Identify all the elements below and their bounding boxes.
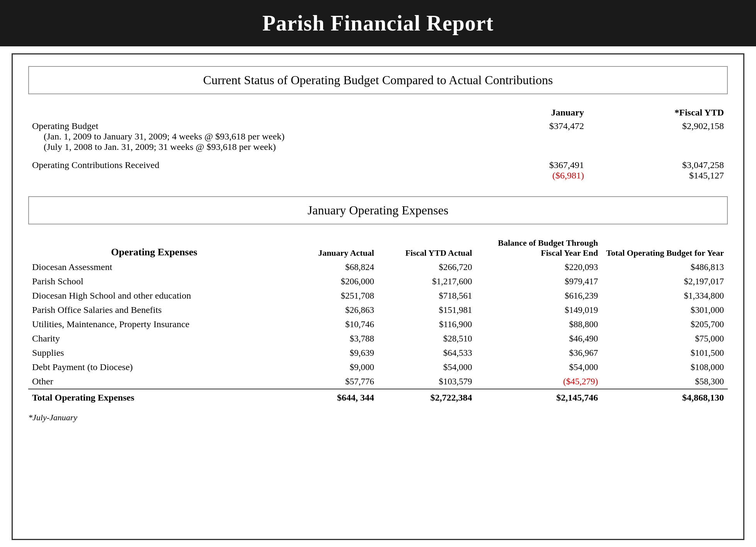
expense-name-3: Parish Office Salaries and Benefits bbox=[28, 303, 280, 317]
expenses-data-row: Diocesan High School and other education… bbox=[28, 289, 728, 303]
budget-label-main: Operating Budget bbox=[32, 121, 444, 131]
expense-fytd-8: $103,579 bbox=[378, 374, 476, 389]
budget-contributions-ytd: $3,047,258 $145,127 bbox=[588, 154, 728, 182]
expense-name-7: Debt Payment (to Diocese) bbox=[28, 360, 280, 374]
col-header-jan: January bbox=[448, 106, 588, 119]
page-body: Current Status of Operating Budget Compa… bbox=[12, 53, 744, 540]
expense-jan-0: $68,824 bbox=[280, 260, 378, 274]
expense-balance-1: $979,417 bbox=[476, 274, 602, 289]
expense-balance-4: $88,800 bbox=[476, 317, 602, 331]
expenses-data-row: Supplies$9,639$64,533$36,967$101,500 bbox=[28, 346, 728, 360]
expense-balance-5: $46,490 bbox=[476, 331, 602, 346]
budget-jan-1: $374,472 bbox=[448, 119, 588, 154]
expense-name-0: Diocesan Assessment bbox=[28, 260, 280, 274]
expenses-data-row: Debt Payment (to Diocese)$9,000$54,000$5… bbox=[28, 360, 728, 374]
expense-total-7: $108,000 bbox=[602, 360, 728, 374]
expense-total-6: $101,500 bbox=[602, 346, 728, 360]
expense-balance-2: $616,239 bbox=[476, 289, 602, 303]
budget-contributions-label: Operating Contributions Received bbox=[28, 154, 448, 182]
expense-fytd-0: $266,720 bbox=[378, 260, 476, 274]
operating-expenses-table: Operating Expenses January Actual Fiscal… bbox=[28, 236, 728, 405]
expense-name-5: Charity bbox=[28, 331, 280, 346]
expenses-data-row: Charity$3,788$28,510$46,490$75,000 bbox=[28, 331, 728, 346]
budget-row-1: Operating Budget (Jan. 1, 2009 to Januar… bbox=[28, 119, 728, 154]
budget-contributions-jan: $367,491 ($6,981) bbox=[448, 154, 588, 182]
expenses-total-row: Total Operating Expenses$644, 344$2,722,… bbox=[28, 389, 728, 405]
expense-jan-8: $57,776 bbox=[280, 374, 378, 389]
expense-balance-8: ($45,279) bbox=[476, 374, 602, 389]
expense-name-6: Supplies bbox=[28, 346, 280, 360]
expense-balance-6: $36,967 bbox=[476, 346, 602, 360]
expense-fytd-1: $1,217,600 bbox=[378, 274, 476, 289]
expense-jan-7: $9,000 bbox=[280, 360, 378, 374]
col-header-name: Operating Expenses bbox=[28, 236, 280, 260]
expense-total-4: $205,700 bbox=[602, 317, 728, 331]
expense-jan-1: $206,000 bbox=[280, 274, 378, 289]
expenses-header-row: Operating Expenses January Actual Fiscal… bbox=[28, 236, 728, 260]
expense-fytd-3: $151,981 bbox=[378, 303, 476, 317]
expense-total-8: $58,300 bbox=[602, 374, 728, 389]
expenses-data-row: Utilities, Maintenance, Property Insuran… bbox=[28, 317, 728, 331]
operating-expenses-title: January Operating Expenses bbox=[41, 203, 715, 217]
expense-jan-3: $26,863 bbox=[280, 303, 378, 317]
col-header-jan-act: January Actual bbox=[280, 236, 378, 260]
operating-budget-table: January *Fiscal YTD Operating Budget (Ja… bbox=[28, 106, 728, 182]
operating-budget-title: Current Status of Operating Budget Compa… bbox=[41, 73, 715, 87]
expense-name-1: Parish School bbox=[28, 274, 280, 289]
expense-total-1: $2,197,017 bbox=[602, 274, 728, 289]
budget-ytd-1: $2,902,158 bbox=[588, 119, 728, 154]
total-col-name: Total Operating Expenses bbox=[28, 389, 280, 405]
expense-fytd-6: $64,533 bbox=[378, 346, 476, 360]
expenses-data-row: Parish Office Salaries and Benefits$26,8… bbox=[28, 303, 728, 317]
operating-expenses-section: January Operating Expenses bbox=[28, 196, 728, 224]
expense-total-3: $301,000 bbox=[602, 303, 728, 317]
expenses-data-row: Other$57,776$103,579($45,279)$58,300 bbox=[28, 374, 728, 389]
budget-contributions-jan-diff: ($6,981) bbox=[452, 170, 584, 181]
page-title: Parish Financial Report bbox=[15, 11, 741, 36]
expense-fytd-7: $54,000 bbox=[378, 360, 476, 374]
page-header: Parish Financial Report bbox=[0, 0, 756, 46]
col-header-fytd-act: Fiscal YTD Actual bbox=[378, 236, 476, 260]
expense-balance-0: $220,093 bbox=[476, 260, 602, 274]
expense-jan-4: $10,746 bbox=[280, 317, 378, 331]
total-col-balance: $2,145,746 bbox=[476, 389, 602, 405]
budget-row-2: Operating Contributions Received $367,49… bbox=[28, 154, 728, 182]
expense-balance-3: $149,019 bbox=[476, 303, 602, 317]
expense-total-2: $1,334,800 bbox=[602, 289, 728, 303]
expense-fytd-2: $718,561 bbox=[378, 289, 476, 303]
expenses-data-row: Diocesan Assessment$68,824$266,720$220,0… bbox=[28, 260, 728, 274]
total-col-total: $4,868,130 bbox=[602, 389, 728, 405]
operating-budget-section: Current Status of Operating Budget Compa… bbox=[28, 66, 728, 94]
expense-jan-6: $9,639 bbox=[280, 346, 378, 360]
total-col-jan-act: $644, 344 bbox=[280, 389, 378, 405]
expense-fytd-5: $28,510 bbox=[378, 331, 476, 346]
col-header-total: Total Operating Budget for Year bbox=[602, 236, 728, 260]
footnote: *July-January bbox=[28, 413, 728, 423]
expense-jan-2: $251,708 bbox=[280, 289, 378, 303]
expense-total-0: $486,813 bbox=[602, 260, 728, 274]
total-col-fytd-act: $2,722,384 bbox=[378, 389, 476, 405]
budget-sublabel-1: (Jan. 1, 2009 to January 31, 2009; 4 wee… bbox=[32, 131, 444, 142]
expense-name-8: Other bbox=[28, 374, 280, 389]
expense-jan-5: $3,788 bbox=[280, 331, 378, 346]
budget-sublabel-2: (July 1, 2008 to Jan. 31, 2009; 31 weeks… bbox=[32, 142, 444, 152]
col-header-balance: Balance of Budget Through Fiscal Year En… bbox=[476, 236, 602, 260]
expense-name-4: Utilities, Maintenance, Property Insuran… bbox=[28, 317, 280, 331]
expense-name-2: Diocesan High School and other education bbox=[28, 289, 280, 303]
expense-total-5: $75,000 bbox=[602, 331, 728, 346]
expense-fytd-4: $116,900 bbox=[378, 317, 476, 331]
expenses-data-row: Parish School$206,000$1,217,600$979,417$… bbox=[28, 274, 728, 289]
expense-balance-7: $54,000 bbox=[476, 360, 602, 374]
col-header-ytd: *Fiscal YTD bbox=[588, 106, 728, 119]
